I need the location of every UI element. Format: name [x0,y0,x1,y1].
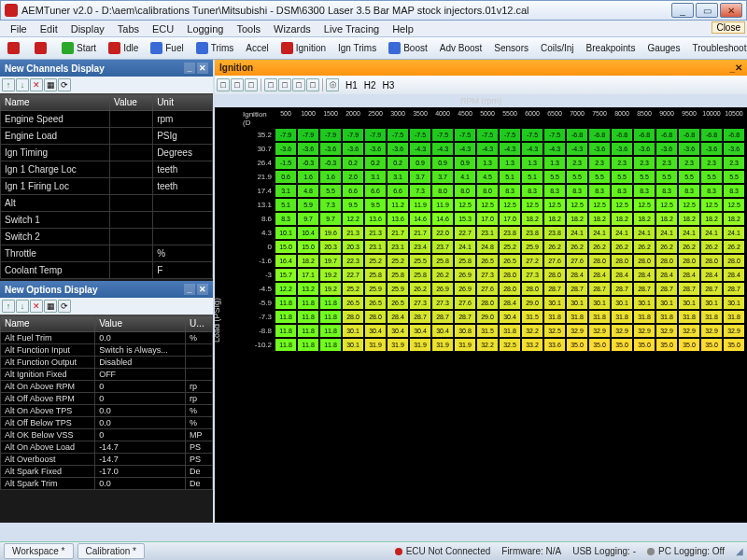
map-cell[interactable]: 31.8 [723,310,745,324]
map-cell[interactable]: -1.5 [275,156,297,170]
map-cell[interactable]: -7.9 [342,128,364,142]
map-cell[interactable]: 35.0 [633,338,655,352]
map-cell[interactable]: 19.2 [319,282,342,296]
panel-close-icon[interactable]: ✕ [197,284,208,295]
map-cell[interactable]: 28.4 [655,268,678,282]
map-cell[interactable]: 25.9 [521,240,543,254]
map-cell[interactable]: 30.8 [454,324,476,338]
tab-fuel[interactable]: Fuel [145,39,189,57]
map-cell[interactable]: 24.1 [566,226,588,240]
map-cell[interactable]: 29.0 [521,296,543,310]
menu-ecu[interactable]: ECU [146,21,180,36]
tool-icon[interactable]: □ [306,78,319,91]
map-cell[interactable]: 22.7 [342,268,364,282]
minimize-button[interactable]: _ [671,3,694,18]
map-cell[interactable]: 27.3 [476,268,499,282]
map-cell[interactable]: 19.6 [319,226,342,240]
map-cell[interactable]: 9.5 [342,198,364,212]
menu-edit[interactable]: Edit [34,21,64,36]
map-cell[interactable]: 1.3 [543,156,566,170]
map-cell[interactable]: 8.3 [655,184,678,198]
map-cell[interactable]: 19.2 [319,268,342,282]
close-tag[interactable]: Close [712,21,745,34]
map-cell[interactable]: 13.2 [297,282,319,296]
workspace-status[interactable]: Workspace * [4,543,74,559]
map-cell[interactable]: 18.2 [588,212,611,226]
map-cell[interactable]: 28.0 [723,254,745,268]
map-cell[interactable]: 12.5 [678,198,700,212]
tab-start[interactable]: Start [56,39,102,57]
map-cell[interactable]: 1.6 [297,170,319,184]
map-cell[interactable]: 11.9 [409,198,431,212]
map-cell[interactable]: 27.2 [521,254,543,268]
map-cell[interactable]: 21.3 [342,226,364,240]
menu-display[interactable]: Display [64,21,111,36]
map-cell[interactable]: 31.8 [611,310,633,324]
down-icon[interactable]: ↓ [16,78,29,91]
map-cell[interactable]: 2.3 [611,156,633,170]
map-cell[interactable]: 12.2 [275,282,297,296]
map-cell[interactable]: 30.1 [723,296,745,310]
refresh-icon[interactable]: ⟳ [58,78,71,91]
map-cell[interactable]: 28.4 [387,310,409,324]
map-cell[interactable]: 11.8 [275,324,297,338]
map-cell[interactable]: 31.9 [364,338,387,352]
map-cell[interactable]: 5.5 [543,170,566,184]
map-cell[interactable]: 24.1 [588,226,611,240]
menu-help[interactable]: Help [386,21,420,36]
map-cell[interactable]: 12.5 [655,198,678,212]
panel-min-icon[interactable]: _ [184,63,195,74]
map-cell[interactable]: 28.7 [431,310,454,324]
table-row[interactable]: Alt On Above RPM0rp [1,381,213,393]
map-cell[interactable]: 23.1 [387,240,409,254]
map-cell[interactable]: 30.4 [431,324,454,338]
map-cell[interactable]: 16.4 [275,254,297,268]
ignition-map[interactable]: Load (PSIg) Ignition (D50010001500200025… [215,107,747,523]
map-cell[interactable]: 30.1 [611,296,633,310]
menu-logging[interactable]: Logging [180,21,230,36]
map-cell[interactable]: 20.3 [319,240,342,254]
map-cell[interactable]: 32.9 [655,324,678,338]
col-header[interactable]: Name [1,315,95,332]
map-cell[interactable]: -6.8 [588,128,611,142]
map-cell[interactable]: 5.9 [297,198,319,212]
map-cell[interactable]: 35.0 [723,338,745,352]
map-cell[interactable]: 32.2 [476,338,499,352]
col-header[interactable]: Value [109,94,152,111]
menu-wizards[interactable]: Wizards [267,21,317,36]
map-cell[interactable]: 28.0 [521,282,543,296]
table-row[interactable]: Alt On Above Load-14.7PS [1,441,213,454]
map-cell[interactable]: 27.6 [566,254,588,268]
map-cell[interactable]: 31.9 [387,338,409,352]
map-cell[interactable]: 15.3 [454,212,476,226]
map-cell[interactable]: 25.5 [409,254,431,268]
map-cell[interactable]: 1.6 [319,170,342,184]
map-cell[interactable]: 12.5 [521,198,543,212]
map-cell[interactable]: 11.9 [431,198,454,212]
map-cell[interactable]: 5.5 [655,170,678,184]
map-cell[interactable]: 31.5 [476,324,499,338]
table-row[interactable]: Ign 1 Charge Locteeth [1,161,213,178]
map-cell[interactable]: 12.5 [543,198,566,212]
map-cell[interactable]: 28.0 [588,254,611,268]
map-cell[interactable]: -7.9 [364,128,387,142]
map-cell[interactable]: 30.1 [700,296,723,310]
map-cell[interactable]: 26.2 [543,240,566,254]
map-cell[interactable]: 35.0 [566,338,588,352]
map-cell[interactable]: 18.2 [543,212,566,226]
map-cell[interactable]: 28.0 [499,282,521,296]
map-cell[interactable]: 8.3 [566,184,588,198]
map-cell[interactable]: 28.7 [700,282,723,296]
map-cell[interactable]: 30.1 [342,338,364,352]
map-cell[interactable]: 26.2 [678,240,700,254]
map-cell[interactable]: 18.2 [297,254,319,268]
map-cell[interactable]: -7.5 [387,128,409,142]
map-cell[interactable]: 25.2 [364,254,387,268]
map-cell[interactable]: 30.1 [566,296,588,310]
map-cell[interactable]: 15.0 [297,240,319,254]
col-header[interactable]: Unit [153,94,213,111]
map-cell[interactable]: 28.7 [678,282,700,296]
map-cell[interactable]: 18.2 [611,212,633,226]
table-row[interactable]: Engine LoadPSIg [1,128,213,145]
map-cell[interactable]: 23.1 [364,240,387,254]
